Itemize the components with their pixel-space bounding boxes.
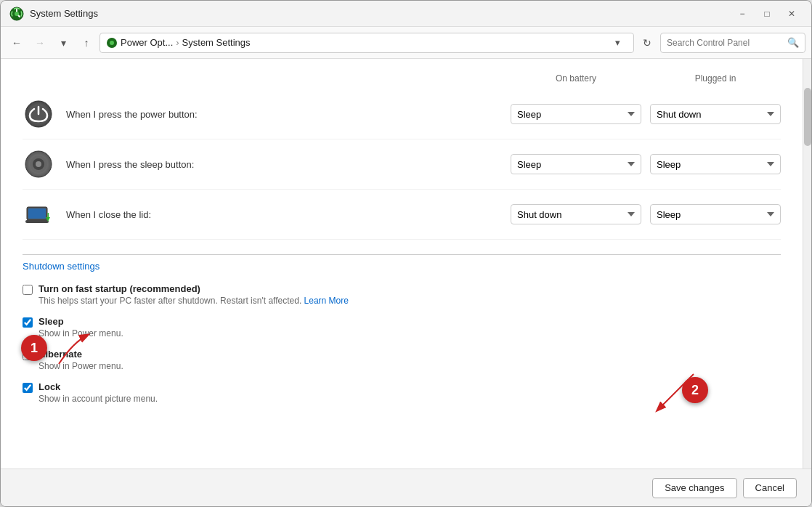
window-controls: − □ ✕ <box>731 3 803 25</box>
main-content: On battery Plugged in <box>1 59 811 469</box>
svg-point-9 <box>36 161 41 167</box>
sleep-button-row: When I press the sleep button: Sleep Do … <box>23 139 781 190</box>
lock-main-label: Lock <box>38 381 158 392</box>
title-bar: System Settings − □ ✕ <box>1 1 811 27</box>
sleep-button-label: When I press the sleep button: <box>66 159 499 170</box>
up-button[interactable]: ↑ <box>76 33 97 53</box>
cancel-button[interactable]: Cancel <box>743 478 797 498</box>
window-icon <box>9 7 24 21</box>
lid-dropdowns: Shut down Do nothing Sleep Hibernate Sle… <box>511 204 781 224</box>
svg-point-3 <box>110 41 114 45</box>
fast-startup-sub-label: This helps start your PC faster after sh… <box>38 296 349 306</box>
scrollbar[interactable] <box>803 59 811 469</box>
address-path[interactable]: Power Opt... › System Settings ▾ <box>100 33 634 53</box>
sleep-row: Sleep Show in Power menu. <box>23 316 781 338</box>
system-settings-window: System Settings − □ ✕ ← → ▾ ↑ Power Opt.… <box>0 0 812 507</box>
sleep-checkbox[interactable] <box>23 317 33 328</box>
column-headers: On battery Plugged in <box>23 73 781 86</box>
minimize-button[interactable]: − <box>731 3 753 25</box>
sleep-button-icon <box>23 148 54 180</box>
sleep-button-plugged-in-dropdown[interactable]: Sleep Do nothing Hibernate Shut down <box>650 154 781 174</box>
fast-startup-main-label: Turn on fast startup (recommended) <box>38 283 349 294</box>
shutdown-settings-title: Shutdown settings <box>23 261 781 272</box>
search-box[interactable]: 🔍 <box>660 33 805 53</box>
power-button-dropdowns: Sleep Do nothing Hibernate Shut down Tur… <box>511 104 781 124</box>
close-button[interactable]: ✕ <box>781 3 803 25</box>
power-button-on-battery-dropdown[interactable]: Sleep Do nothing Hibernate Shut down Tur… <box>511 104 641 124</box>
maximize-button[interactable]: □ <box>756 3 778 25</box>
sleep-label[interactable]: Sleep Show in Power menu. <box>23 316 781 338</box>
hibernate-sub-label: Show in Power menu. <box>38 361 123 371</box>
svg-rect-11 <box>28 208 46 219</box>
lock-checkbox[interactable] <box>23 383 33 393</box>
on-battery-header: On battery <box>511 73 641 84</box>
hibernate-checkbox[interactable] <box>23 350 33 360</box>
scrollbar-thumb[interactable] <box>804 88 811 146</box>
svg-point-1 <box>15 12 19 16</box>
fast-startup-row: Turn on fast startup (recommended) This … <box>23 283 781 306</box>
refresh-button[interactable]: ↻ <box>637 33 657 53</box>
dropdown-button[interactable]: ▾ <box>53 33 73 53</box>
hibernate-label[interactable]: Hibernate Show in Power menu. <box>23 349 781 371</box>
fast-startup-checkbox[interactable] <box>23 285 33 295</box>
plugged-in-header: Plugged in <box>650 73 781 84</box>
address-bar: ← → ▾ ↑ Power Opt... › System Settings ▾… <box>1 27 811 59</box>
search-input[interactable] <box>667 38 784 48</box>
lid-icon <box>23 198 54 230</box>
sleep-button-on-battery-dropdown[interactable]: Sleep Do nothing Hibernate Shut down <box>511 154 641 174</box>
hibernate-row: Hibernate Show in Power menu. <box>23 349 781 371</box>
svg-rect-12 <box>25 220 49 223</box>
power-button-plugged-in-dropdown[interactable]: Shut down Do nothing Sleep Hibernate Tur… <box>650 104 781 124</box>
footer: Save changes Cancel <box>1 469 811 506</box>
lock-row: Lock Show in account picture menu. <box>23 381 781 404</box>
lid-row: When I close the lid: Shut down Do nothi… <box>23 190 781 240</box>
address-path-icon <box>106 37 118 49</box>
sleep-sub-label: Show in Power menu. <box>38 328 123 338</box>
lid-plugged-in-dropdown[interactable]: Sleep Do nothing Hibernate Shut down <box>650 204 781 224</box>
power-button-row: When I press the power button: Sleep Do … <box>23 89 781 139</box>
window-title: System Settings <box>30 8 731 19</box>
save-changes-button[interactable]: Save changes <box>652 478 736 498</box>
sleep-main-label: Sleep <box>38 316 123 327</box>
power-button-label: When I press the power button: <box>66 109 499 120</box>
hibernate-main-label: Hibernate <box>38 349 123 360</box>
power-button-icon <box>23 98 54 130</box>
sleep-button-dropdowns: Sleep Do nothing Hibernate Shut down Sle… <box>511 154 781 174</box>
forward-button[interactable]: → <box>30 33 50 53</box>
fast-startup-label[interactable]: Turn on fast startup (recommended) This … <box>23 283 781 306</box>
lid-label: When I close the lid: <box>66 209 499 220</box>
back-button[interactable]: ← <box>7 33 27 53</box>
path-dropdown-button[interactable]: ▾ <box>607 33 628 53</box>
lock-label[interactable]: Lock Show in account picture menu. <box>23 381 781 404</box>
content-area: On battery Plugged in <box>1 59 803 469</box>
svg-rect-13 <box>48 213 49 218</box>
lock-sub-label: Show in account picture menu. <box>38 394 158 404</box>
shutdown-settings-section: Shutdown settings Turn on fast startup (… <box>23 254 781 404</box>
learn-more-link[interactable]: Learn More <box>304 296 349 306</box>
lid-on-battery-dropdown[interactable]: Shut down Do nothing Sleep Hibernate <box>511 204 641 224</box>
search-icon: 🔍 <box>787 37 799 48</box>
